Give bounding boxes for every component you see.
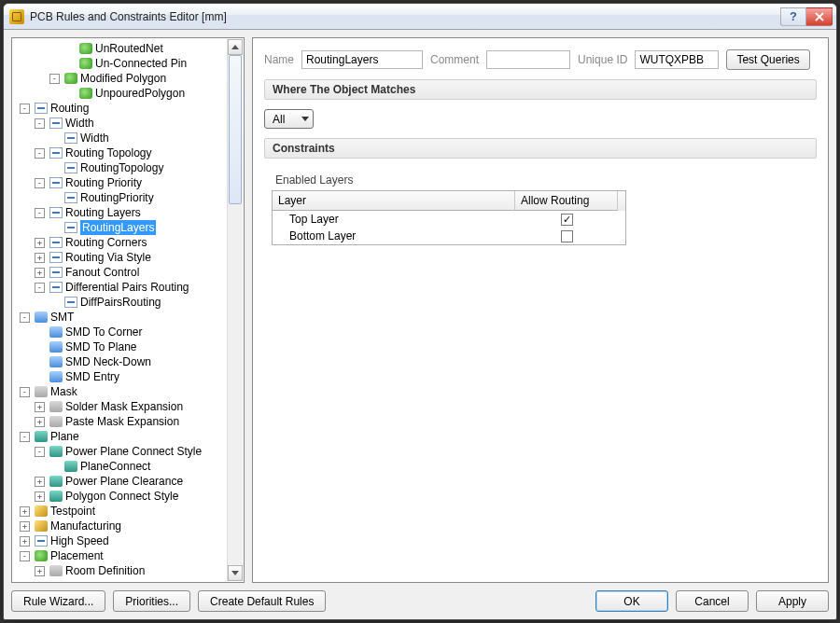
tree-node-icon <box>79 88 92 99</box>
tree-toggle[interactable]: - <box>20 104 30 114</box>
tree-toggle[interactable]: - <box>20 312 30 323</box>
tree-toggle <box>35 372 45 382</box>
comment-input[interactable] <box>486 50 570 69</box>
tree-toggle[interactable]: + <box>20 506 30 517</box>
tree-toggle[interactable]: - <box>35 208 45 218</box>
tree-item[interactable]: -Routing <box>17 101 243 116</box>
tree-item[interactable]: +Solder Mask Expansion <box>17 399 243 414</box>
ok-button[interactable]: OK <box>595 590 668 612</box>
tree-item[interactable]: SMD To Plane <box>17 339 243 354</box>
tree-toggle <box>49 163 60 173</box>
tree-item[interactable]: -Plane <box>17 429 243 444</box>
allow-routing-checkbox[interactable] <box>561 214 573 226</box>
tree-item[interactable]: -Differential Pairs Routing <box>17 280 243 295</box>
tree-node-label: Differential Pairs Routing <box>65 280 189 295</box>
help-button[interactable]: ? <box>780 7 806 26</box>
layers-grid: Layer Allow Routing Top LayerBottom Laye… <box>272 190 626 245</box>
tree-toggle[interactable]: + <box>35 477 45 487</box>
tree-toggle[interactable]: - <box>20 551 30 561</box>
tree-item[interactable]: -Modified Polygon <box>17 71 243 86</box>
rule-wizard-button[interactable]: Rule Wizard... <box>11 590 105 612</box>
tree-toggle[interactable]: + <box>35 566 45 576</box>
rule-tree[interactable]: UnRoutedNetUn-Connected Pin-Modified Pol… <box>13 39 243 581</box>
tree-node-icon <box>35 386 48 397</box>
tree-item[interactable]: -Routing Layers <box>17 205 243 220</box>
tree-toggle[interactable]: - <box>20 387 30 397</box>
tree-node-icon <box>49 147 63 159</box>
tree-toggle[interactable]: - <box>20 432 30 442</box>
tree-item[interactable]: RoutingLayers <box>17 220 243 235</box>
tree-node-label: Placement <box>50 548 104 563</box>
tree-toggle <box>35 342 45 353</box>
tree-item[interactable]: RoutingPriority <box>17 190 243 205</box>
tree-item[interactable]: -Placement <box>17 548 243 563</box>
tree-item[interactable]: +Manufacturing <box>17 519 243 533</box>
tree-toggle[interactable]: + <box>35 268 45 278</box>
priorities-button[interactable]: Priorities... <box>113 590 190 612</box>
test-queries-button[interactable]: Test Queries <box>726 49 809 70</box>
tree-item[interactable]: -Routing Topology <box>17 145 243 160</box>
close-button[interactable] <box>806 7 833 26</box>
tree-toggle[interactable]: + <box>35 417 45 427</box>
tree-item[interactable]: -Width <box>17 116 243 131</box>
titlebar[interactable]: PCB Rules and Constraints Editor [mm] ? <box>4 4 836 30</box>
tree-item[interactable]: +Testpoint <box>17 504 243 519</box>
tree-scrollbar[interactable] <box>227 39 243 581</box>
tree-item[interactable]: Un-Connected Pin <box>17 56 243 71</box>
scroll-thumb[interactable] <box>229 55 242 204</box>
layer-row[interactable]: Top Layer <box>273 211 625 228</box>
tree-toggle[interactable]: + <box>35 238 45 248</box>
tree-item[interactable]: +Fanout Control <box>17 265 243 280</box>
tree-item[interactable]: -Power Plane Connect Style <box>17 444 243 459</box>
tree-toggle[interactable]: - <box>35 118 45 129</box>
tree-item[interactable]: DiffPairsRouting <box>17 295 243 310</box>
tree-node-label: Solder Mask Expansion <box>65 399 183 414</box>
scroll-down-button[interactable] <box>228 565 243 581</box>
tree-item[interactable]: +Paste Mask Expansion <box>17 414 243 429</box>
tree-item[interactable]: UnRoutedNet <box>17 41 243 56</box>
tree-toggle[interactable]: - <box>35 447 45 457</box>
tree-toggle[interactable]: - <box>35 148 45 159</box>
col-header-allow[interactable]: Allow Routing <box>515 191 618 211</box>
tree-toggle[interactable]: - <box>49 74 60 84</box>
tree-toggle[interactable]: + <box>35 491 45 502</box>
tree-item[interactable]: SMD To Corner <box>17 325 243 339</box>
allow-routing-checkbox[interactable] <box>561 230 573 242</box>
tree-node-icon <box>49 118 63 129</box>
tree-node-icon <box>49 476 63 487</box>
create-default-rules-button[interactable]: Create Default Rules <box>198 590 326 612</box>
match-scope-dropdown[interactable]: All <box>264 109 314 129</box>
col-header-layer[interactable]: Layer <box>273 191 515 211</box>
scroll-track[interactable] <box>228 55 243 565</box>
apply-button[interactable]: Apply <box>756 590 829 612</box>
tree-node-icon <box>49 446 63 457</box>
tree-item[interactable]: +Routing Corners <box>17 235 243 250</box>
tree-item[interactable]: RoutingTopology <box>17 160 243 175</box>
tree-toggle[interactable]: - <box>35 178 45 188</box>
tree-node-icon <box>49 371 63 382</box>
tree-node-icon <box>49 177 63 188</box>
name-input[interactable] <box>301 50 423 69</box>
tree-item[interactable]: +Routing Via Style <box>17 250 243 265</box>
tree-item[interactable]: +High Speed <box>17 533 243 548</box>
tree-toggle[interactable]: + <box>20 521 30 532</box>
tree-item[interactable]: +Polygon Connect Style <box>17 489 243 504</box>
cancel-button[interactable]: Cancel <box>676 590 749 612</box>
tree-toggle[interactable]: + <box>35 253 45 263</box>
tree-item[interactable]: SMD Neck-Down <box>17 354 243 369</box>
tree-item[interactable]: -SMT <box>17 310 243 325</box>
tree-item[interactable]: -Routing Priority <box>17 175 243 190</box>
tree-item[interactable]: Width <box>17 131 243 145</box>
tree-item[interactable]: UnpouredPolygon <box>17 86 243 101</box>
scroll-up-button[interactable] <box>228 39 243 55</box>
uid-input[interactable] <box>635 50 719 69</box>
tree-toggle[interactable]: - <box>35 283 45 293</box>
layer-row[interactable]: Bottom Layer <box>273 228 625 244</box>
tree-item[interactable]: PlaneConnect <box>17 459 243 474</box>
tree-item[interactable]: -Mask <box>17 384 243 399</box>
tree-item[interactable]: SMD Entry <box>17 369 243 384</box>
tree-toggle[interactable]: + <box>35 402 45 412</box>
tree-item[interactable]: +Power Plane Clearance <box>17 474 243 489</box>
tree-item[interactable]: +Room Definition <box>17 563 243 578</box>
tree-toggle[interactable]: + <box>20 536 30 547</box>
